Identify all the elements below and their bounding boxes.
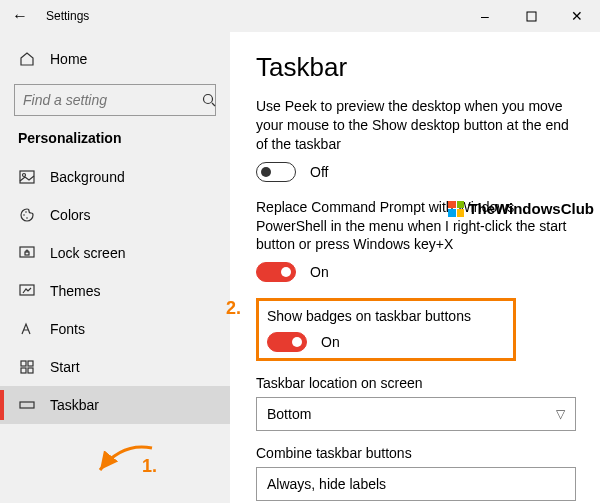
svg-point-1: [204, 95, 213, 104]
svg-point-7: [25, 211, 27, 213]
sidebar-section-label: Personalization: [0, 126, 230, 158]
watermark-text: TheWindowsClub: [468, 200, 594, 217]
setting-peek: Use Peek to preview the desktop when you…: [256, 97, 582, 182]
chevron-down-icon: ▽: [556, 407, 565, 421]
combine-label: Combine taskbar buttons: [256, 445, 582, 461]
sidebar-item-label: Start: [50, 359, 80, 375]
sidebar-home-label: Home: [50, 51, 87, 67]
back-button[interactable]: ←: [0, 0, 40, 32]
picture-icon: [18, 168, 36, 186]
fonts-icon: [18, 320, 36, 338]
sidebar-item-background[interactable]: Background: [0, 158, 230, 196]
sidebar-item-taskbar[interactable]: Taskbar: [0, 386, 230, 424]
sidebar-item-label: Background: [50, 169, 125, 185]
window-title: Settings: [40, 9, 89, 23]
sidebar-home[interactable]: Home: [0, 40, 230, 78]
sidebar: Home Personalization Background Colo: [0, 32, 230, 503]
setting-powershell-toggle[interactable]: [256, 262, 296, 282]
search-input[interactable]: [14, 84, 216, 116]
home-icon: [18, 50, 36, 68]
svg-rect-13: [21, 368, 26, 373]
setting-powershell-state: On: [310, 264, 329, 280]
sidebar-item-label: Fonts: [50, 321, 85, 337]
sidebar-item-fonts[interactable]: Fonts: [0, 310, 230, 348]
watermark: TheWindowsClub: [448, 200, 594, 217]
titlebar: ← Settings – ✕: [0, 0, 600, 32]
location-dropdown[interactable]: Bottom ▽: [256, 397, 576, 431]
sidebar-item-label: Colors: [50, 207, 90, 223]
minimize-button[interactable]: –: [462, 0, 508, 32]
svg-rect-11: [21, 361, 26, 366]
combine-dropdown[interactable]: Always, hide labels: [256, 467, 576, 501]
sidebar-item-label: Taskbar: [50, 397, 99, 413]
setting-badges-desc: Show badges on taskbar buttons: [267, 307, 505, 326]
page-title: Taskbar: [256, 52, 582, 83]
start-icon: [18, 358, 36, 376]
location-value: Bottom: [267, 406, 311, 422]
sidebar-item-label: Themes: [50, 283, 101, 299]
palette-icon: [18, 206, 36, 224]
windows-logo-icon: [448, 201, 464, 217]
svg-rect-0: [527, 12, 536, 21]
combine-value: Always, hide labels: [267, 476, 386, 492]
location-label: Taskbar location on screen: [256, 375, 582, 391]
search-icon: [200, 91, 218, 109]
setting-peek-toggle[interactable]: [256, 162, 296, 182]
sidebar-item-start[interactable]: Start: [0, 348, 230, 386]
close-button[interactable]: ✕: [554, 0, 600, 32]
svg-point-4: [23, 174, 26, 177]
setting-peek-state: Off: [310, 164, 328, 180]
setting-badges-toggle[interactable]: [267, 332, 307, 352]
svg-point-5: [23, 214, 25, 216]
sidebar-item-colors[interactable]: Colors: [0, 196, 230, 234]
setting-badges-state: On: [321, 334, 340, 350]
sidebar-item-label: Lock screen: [50, 245, 125, 261]
svg-rect-12: [28, 361, 33, 366]
search-field[interactable]: [23, 92, 200, 108]
maximize-button[interactable]: [508, 0, 554, 32]
svg-rect-9: [25, 252, 29, 255]
themes-icon: [18, 282, 36, 300]
svg-rect-14: [28, 368, 33, 373]
sidebar-item-lockscreen[interactable]: Lock screen: [0, 234, 230, 272]
sidebar-item-themes[interactable]: Themes: [0, 272, 230, 310]
taskbar-icon: [18, 396, 36, 414]
setting-peek-desc: Use Peek to preview the desktop when you…: [256, 97, 576, 154]
content-area: Taskbar Use Peek to preview the desktop …: [230, 32, 600, 503]
svg-rect-15: [20, 402, 34, 408]
setting-badges-highlight: Show badges on taskbar buttons On: [256, 298, 516, 361]
svg-line-2: [212, 103, 215, 106]
svg-point-6: [26, 217, 28, 219]
lockscreen-icon: [18, 244, 36, 262]
